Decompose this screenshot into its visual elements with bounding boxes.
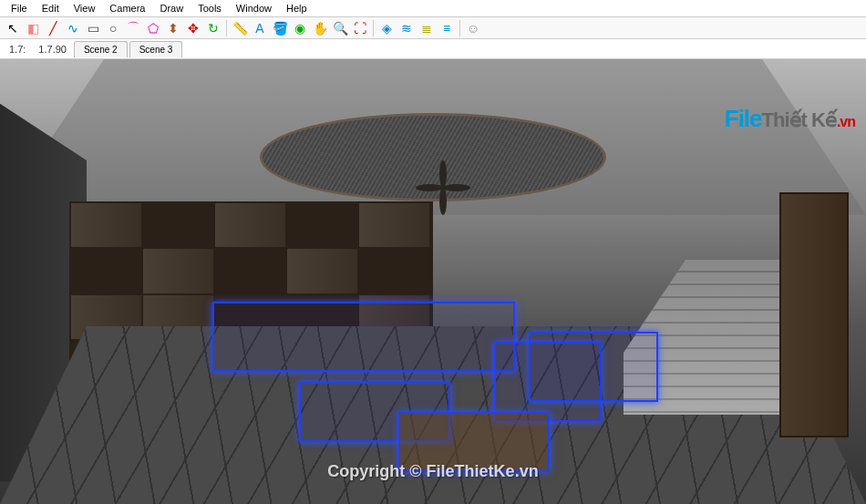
menu-view[interactable]: View [67,1,103,15]
scene-tab-3[interactable]: Scene 3 [129,41,183,57]
tape-tool[interactable]: 📏 [231,19,249,37]
pushpull-tool[interactable]: ⬍ [164,19,182,37]
watermark-thietke-text: Thiết Kế [762,108,837,132]
outliner-tool[interactable]: ≣ [418,19,436,37]
menu-file[interactable]: File [4,1,35,15]
menu-camera[interactable]: Camera [102,1,152,15]
select-tool[interactable]: ↖ [4,19,22,37]
scene-tab-2[interactable]: Scene 2 [74,41,128,57]
watermark-file-text: File [725,105,762,133]
selection-armchair-far [529,332,659,402]
menu-draw[interactable]: Draw [152,1,191,15]
layers-tool[interactable]: ≋ [397,19,416,37]
polygon-tool[interactable]: ⬠ [144,19,162,37]
pan-tool[interactable]: ✋ [311,19,329,37]
selected-furniture-group [191,282,624,482]
toolbar-separator [459,20,460,36]
settings-tool[interactable]: ≡ [438,19,456,37]
iso-tool[interactable]: ◈ [377,19,396,37]
menubar: File Edit View Camera Draw Tools Window … [0,0,866,17]
rotate-tool[interactable]: ↻ [204,19,222,37]
ceiling-fan [416,170,470,198]
orbit-tool[interactable]: ◉ [291,19,309,37]
freehand-tool[interactable]: ∿ [64,19,82,37]
rectangle-tool[interactable]: ▭ [84,19,102,37]
scene-label-value: 1.7.90 [33,42,72,57]
eraser-tool[interactable]: ◧ [24,19,42,37]
watermark-logo: File Thiết Kế .vn [725,105,855,133]
watermark-copyright: Copyright © FileThietKe.vn [327,462,538,481]
move-tool[interactable]: ✥ [184,19,202,37]
viewport-3d[interactable]: File Thiết Kế .vn Copyright © FileThietK… [0,59,866,504]
toolbar-separator [226,20,227,36]
menu-help[interactable]: Help [279,1,314,15]
menu-tools[interactable]: Tools [191,1,229,15]
scene-label-prefix: 1.7: [4,42,31,57]
zoom-tool[interactable]: 🔍 [331,19,349,37]
menu-edit[interactable]: Edit [35,1,67,15]
selection-sofa [212,302,516,372]
line-tool[interactable]: ╱ [44,19,62,37]
toolbar: ↖◧╱∿▭○⌒⬠⬍✥↻📏A🪣◉✋🔍⛶◈≋≣≡☺ [0,17,866,39]
zoomextents-tool[interactable]: ⛶ [351,19,369,37]
paint-tool[interactable]: 🪣 [271,19,289,37]
door-right [779,192,849,437]
profile-tool[interactable]: ☺ [464,19,482,37]
scene-bar: 1.7: 1.7.90 Scene 2 Scene 3 [0,39,866,59]
arc-tool[interactable]: ⌒ [124,19,142,37]
watermark-vn-text: .vn [837,114,855,130]
circle-tool[interactable]: ○ [104,19,122,37]
toolbar-separator [373,20,374,36]
menu-window[interactable]: Window [229,1,279,15]
text-tool[interactable]: A [251,19,269,37]
